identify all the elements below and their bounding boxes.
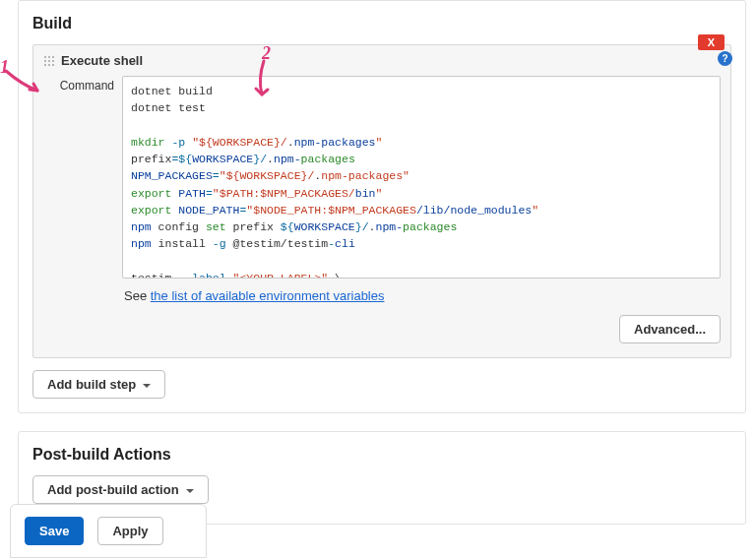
env-vars-link[interactable]: the list of available environment variab… [151, 288, 385, 303]
command-textarea[interactable]: dotnet build dotnet test mkdir -p "${WOR… [122, 76, 721, 279]
drag-handle-icon[interactable] [43, 55, 55, 67]
help-icon[interactable]: ? [718, 51, 732, 66]
post-build-title: Post-build Actions [32, 446, 731, 464]
advanced-button[interactable]: Advanced... [619, 315, 721, 343]
apply-button[interactable]: Apply [97, 517, 162, 545]
see-prefix: See [124, 288, 151, 303]
env-vars-hint: See the list of available environment va… [124, 288, 721, 303]
footer-actions: Save Apply [10, 504, 207, 558]
build-section-title: Build [32, 15, 731, 32]
add-post-build-action-button[interactable]: Add post-build action [32, 475, 209, 504]
delete-step-button[interactable]: X [698, 34, 724, 50]
save-button[interactable]: Save [25, 517, 84, 545]
step-title: Execute shell [61, 53, 143, 68]
build-section: Build X ? Execute shell Command dotnet b… [18, 0, 746, 413]
command-label: Command [43, 76, 114, 93]
add-build-step-button[interactable]: Add build step [32, 370, 165, 399]
execute-shell-step: X ? Execute shell Command dotnet build d… [32, 44, 731, 358]
